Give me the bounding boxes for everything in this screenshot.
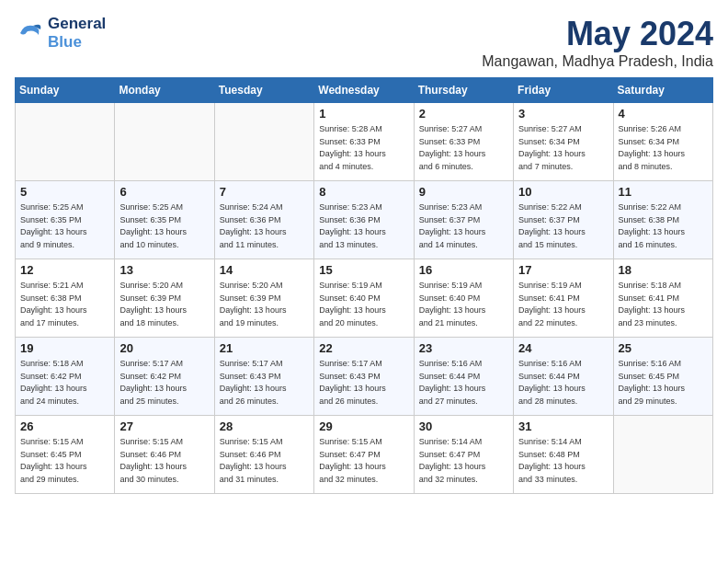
calendar-cell: 4Sunrise: 5:26 AM Sunset: 6:34 PM Daylig… — [613, 103, 712, 181]
location-title: Mangawan, Madhya Pradesh, India — [482, 53, 713, 70]
calendar-header: SundayMondayTuesdayWednesdayThursdayFrid… — [16, 78, 713, 103]
day-number: 16 — [419, 263, 508, 277]
day-number: 12 — [20, 263, 109, 277]
calendar-cell: 2Sunrise: 5:27 AM Sunset: 6:33 PM Daylig… — [414, 103, 513, 181]
day-number: 7 — [220, 185, 309, 199]
calendar-cell: 20Sunrise: 5:17 AM Sunset: 6:42 PM Dayli… — [115, 338, 214, 416]
month-title: May 2024 — [482, 15, 713, 53]
day-info: Sunrise: 5:18 AM Sunset: 6:42 PM Dayligh… — [20, 358, 109, 408]
calendar-cell: 28Sunrise: 5:15 AM Sunset: 6:46 PM Dayli… — [214, 416, 313, 494]
day-number: 6 — [119, 185, 209, 199]
calendar-cell — [214, 103, 313, 181]
calendar-week-row: 1Sunrise: 5:28 AM Sunset: 6:33 PM Daylig… — [16, 103, 713, 181]
calendar-cell: 27Sunrise: 5:15 AM Sunset: 6:46 PM Dayli… — [115, 416, 214, 494]
day-number: 1 — [319, 107, 408, 121]
day-number: 28 — [220, 419, 309, 433]
day-info: Sunrise: 5:25 AM Sunset: 6:35 PM Dayligh… — [119, 201, 209, 251]
calendar-cell: 19Sunrise: 5:18 AM Sunset: 6:42 PM Dayli… — [16, 338, 115, 416]
day-number: 30 — [419, 419, 508, 433]
day-info: Sunrise: 5:19 AM Sunset: 6:40 PM Dayligh… — [319, 280, 408, 329]
day-info: Sunrise: 5:16 AM Sunset: 6:44 PM Dayligh… — [518, 358, 608, 408]
day-info: Sunrise: 5:23 AM Sunset: 6:36 PM Dayligh… — [319, 201, 408, 251]
calendar-week-row: 26Sunrise: 5:15 AM Sunset: 6:45 PM Dayli… — [16, 416, 713, 494]
day-number: 26 — [20, 419, 109, 433]
calendar-cell: 8Sunrise: 5:23 AM Sunset: 6:36 PM Daylig… — [314, 181, 414, 259]
day-info: Sunrise: 5:15 AM Sunset: 6:47 PM Dayligh… — [319, 436, 408, 486]
day-info: Sunrise: 5:21 AM Sunset: 6:38 PM Dayligh… — [20, 280, 109, 329]
day-info: Sunrise: 5:28 AM Sunset: 6:33 PM Dayligh… — [319, 123, 408, 173]
calendar-week-row: 19Sunrise: 5:18 AM Sunset: 6:42 PM Dayli… — [16, 338, 713, 416]
calendar-cell: 17Sunrise: 5:19 AM Sunset: 6:41 PM Dayli… — [514, 259, 613, 338]
day-number: 21 — [220, 341, 309, 355]
day-info: Sunrise: 5:24 AM Sunset: 6:36 PM Dayligh… — [220, 201, 309, 251]
logo-text: General Blue — [48, 15, 106, 52]
page-header: General Blue May 2024 Mangawan, Madhya P… — [15, 15, 713, 70]
title-block: May 2024 Mangawan, Madhya Pradesh, India — [482, 15, 713, 70]
day-info: Sunrise: 5:16 AM Sunset: 6:45 PM Dayligh… — [619, 358, 708, 408]
calendar-cell: 10Sunrise: 5:22 AM Sunset: 6:37 PM Dayli… — [514, 181, 613, 259]
calendar-cell: 1Sunrise: 5:28 AM Sunset: 6:33 PM Daylig… — [314, 103, 414, 181]
day-info: Sunrise: 5:22 AM Sunset: 6:38 PM Dayligh… — [619, 201, 708, 251]
day-number: 23 — [419, 341, 508, 355]
calendar-cell: 6Sunrise: 5:25 AM Sunset: 6:35 PM Daylig… — [115, 181, 214, 259]
calendar-week-row: 5Sunrise: 5:25 AM Sunset: 6:35 PM Daylig… — [16, 181, 713, 259]
day-number: 13 — [119, 263, 209, 277]
calendar-body: 1Sunrise: 5:28 AM Sunset: 6:33 PM Daylig… — [16, 103, 713, 494]
calendar-cell — [16, 103, 115, 181]
day-number: 10 — [518, 185, 608, 199]
logo: General Blue — [15, 15, 106, 52]
day-number: 31 — [518, 419, 608, 433]
calendar-cell: 31Sunrise: 5:14 AM Sunset: 6:48 PM Dayli… — [514, 416, 613, 494]
day-number: 17 — [518, 263, 608, 277]
weekday-header: Thursday — [414, 78, 513, 103]
calendar-cell: 21Sunrise: 5:17 AM Sunset: 6:43 PM Dayli… — [214, 338, 313, 416]
calendar-cell: 25Sunrise: 5:16 AM Sunset: 6:45 PM Dayli… — [613, 338, 712, 416]
day-number: 20 — [119, 341, 209, 355]
day-info: Sunrise: 5:15 AM Sunset: 6:46 PM Dayligh… — [119, 436, 209, 486]
calendar-table: SundayMondayTuesdayWednesdayThursdayFrid… — [15, 77, 713, 494]
day-number: 29 — [319, 419, 408, 433]
calendar-cell: 3Sunrise: 5:27 AM Sunset: 6:34 PM Daylig… — [514, 103, 613, 181]
calendar-cell: 11Sunrise: 5:22 AM Sunset: 6:38 PM Dayli… — [613, 181, 712, 259]
day-info: Sunrise: 5:17 AM Sunset: 6:42 PM Dayligh… — [119, 358, 209, 408]
day-info: Sunrise: 5:14 AM Sunset: 6:48 PM Dayligh… — [518, 436, 608, 486]
day-info: Sunrise: 5:18 AM Sunset: 6:41 PM Dayligh… — [619, 280, 708, 329]
calendar-cell: 9Sunrise: 5:23 AM Sunset: 6:37 PM Daylig… — [414, 181, 513, 259]
day-number: 9 — [419, 185, 508, 199]
weekday-header: Friday — [514, 78, 613, 103]
calendar-cell: 24Sunrise: 5:16 AM Sunset: 6:44 PM Dayli… — [514, 338, 613, 416]
day-number: 3 — [518, 107, 608, 121]
day-info: Sunrise: 5:17 AM Sunset: 6:43 PM Dayligh… — [319, 358, 408, 408]
calendar-cell: 22Sunrise: 5:17 AM Sunset: 6:43 PM Dayli… — [314, 338, 414, 416]
calendar-cell: 30Sunrise: 5:14 AM Sunset: 6:47 PM Dayli… — [414, 416, 513, 494]
day-info: Sunrise: 5:19 AM Sunset: 6:40 PM Dayligh… — [419, 280, 508, 329]
calendar-cell — [115, 103, 214, 181]
weekday-header: Saturday — [613, 78, 712, 103]
calendar-cell: 14Sunrise: 5:20 AM Sunset: 6:39 PM Dayli… — [214, 259, 313, 338]
day-number: 15 — [319, 263, 408, 277]
weekday-header: Sunday — [16, 78, 115, 103]
day-info: Sunrise: 5:16 AM Sunset: 6:44 PM Dayligh… — [419, 358, 508, 408]
calendar-cell: 13Sunrise: 5:20 AM Sunset: 6:39 PM Dayli… — [115, 259, 214, 338]
day-number: 22 — [319, 341, 408, 355]
day-number: 2 — [419, 107, 508, 121]
weekday-row: SundayMondayTuesdayWednesdayThursdayFrid… — [16, 78, 713, 103]
day-info: Sunrise: 5:22 AM Sunset: 6:37 PM Dayligh… — [518, 201, 608, 251]
day-info: Sunrise: 5:17 AM Sunset: 6:43 PM Dayligh… — [220, 358, 309, 408]
day-number: 14 — [220, 263, 309, 277]
day-number: 27 — [119, 419, 209, 433]
calendar-cell: 12Sunrise: 5:21 AM Sunset: 6:38 PM Dayli… — [16, 259, 115, 338]
calendar-cell: 29Sunrise: 5:15 AM Sunset: 6:47 PM Dayli… — [314, 416, 414, 494]
day-info: Sunrise: 5:26 AM Sunset: 6:34 PM Dayligh… — [619, 123, 708, 173]
day-number: 24 — [518, 341, 608, 355]
day-info: Sunrise: 5:19 AM Sunset: 6:41 PM Dayligh… — [518, 280, 608, 329]
day-number: 8 — [319, 185, 408, 199]
day-info: Sunrise: 5:15 AM Sunset: 6:46 PM Dayligh… — [220, 436, 309, 486]
day-number: 5 — [20, 185, 109, 199]
day-info: Sunrise: 5:20 AM Sunset: 6:39 PM Dayligh… — [220, 280, 309, 329]
weekday-header: Monday — [115, 78, 214, 103]
day-info: Sunrise: 5:15 AM Sunset: 6:45 PM Dayligh… — [20, 436, 109, 486]
day-number: 25 — [619, 341, 708, 355]
day-info: Sunrise: 5:25 AM Sunset: 6:35 PM Dayligh… — [20, 201, 109, 251]
calendar-cell: 5Sunrise: 5:25 AM Sunset: 6:35 PM Daylig… — [16, 181, 115, 259]
